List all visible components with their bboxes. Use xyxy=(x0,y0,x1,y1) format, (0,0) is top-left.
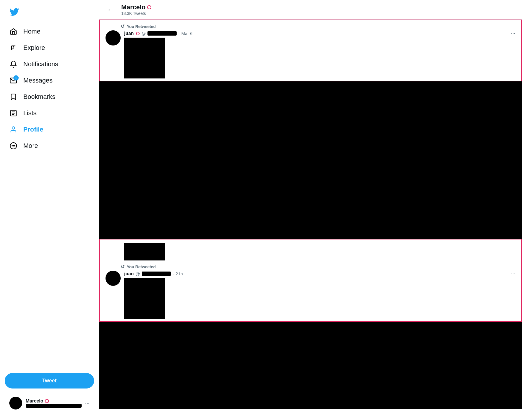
tweet-button[interactable]: Tweet xyxy=(5,373,94,388)
profile-icon xyxy=(9,125,17,134)
sidebar-profile-avatar xyxy=(9,397,22,410)
sidebar-item-more[interactable]: More xyxy=(5,138,94,153)
tweet-more-1[interactable]: ··· xyxy=(511,30,515,36)
sidebar-item-label-notifications: Notifications xyxy=(23,60,58,68)
retweet-icon-2: ↺ xyxy=(121,264,124,270)
more-icon xyxy=(9,142,17,150)
tweet-text-redacted-1 xyxy=(124,38,165,78)
tweet-more-2[interactable]: ··· xyxy=(511,271,515,277)
tweet-card-2: ↺ You Retweeted juan @ · 21h ··· xyxy=(99,239,522,322)
sidebar-item-lists[interactable]: Lists xyxy=(5,106,94,121)
sidebar-item-label-explore: Explore xyxy=(23,44,45,52)
tweet-card-2-top-redacted xyxy=(124,243,165,260)
tweet-at-2: @ xyxy=(136,271,140,276)
twitter-logo[interactable] xyxy=(7,5,22,19)
header-tweet-count: 18.3K Tweets xyxy=(121,11,151,16)
sidebar-item-messages[interactable]: 1 Messages xyxy=(5,73,94,88)
messages-icon: 1 xyxy=(9,76,17,85)
sidebar-item-explore[interactable]: # Explore xyxy=(5,40,94,55)
sidebar-profile-name: Marcelo xyxy=(26,398,82,404)
tweet-handle-1 xyxy=(147,31,177,36)
tweet-media-large-1 xyxy=(99,81,522,239)
sidebar-item-label-more: More xyxy=(23,142,38,150)
sidebar-profile-more-dots: ··· xyxy=(85,400,89,406)
sidebar-item-label-bookmarks: Bookmarks xyxy=(23,93,55,101)
tweet-time-1: Mar 6 xyxy=(181,31,192,36)
header-red-circle xyxy=(147,5,151,9)
header-username: Marcelo xyxy=(121,4,151,11)
sidebar-profile-red-circle xyxy=(45,399,49,403)
tweet-red-circle-1 xyxy=(136,32,140,35)
explore-icon: # xyxy=(9,44,17,52)
sidebar-item-bookmarks[interactable]: Bookmarks xyxy=(5,89,94,104)
header-info: Marcelo 18.3K Tweets xyxy=(121,4,151,16)
svg-point-11 xyxy=(14,146,15,146)
sidebar-item-home[interactable]: Home xyxy=(5,24,94,39)
tweet-username-1: juan xyxy=(124,31,134,36)
tweet-handle-2 xyxy=(142,272,171,276)
tweet-card-1: ↺ You Retweeted juan @ · Mar 6 ··· xyxy=(99,20,522,81)
home-icon xyxy=(9,27,17,36)
sidebar-profile-handle xyxy=(26,404,82,408)
profile-header: ← Marcelo 18.3K Tweets xyxy=(99,0,522,20)
sidebar: Home # Explore Notifications xyxy=(0,0,99,420)
bookmarks-icon xyxy=(9,93,17,101)
svg-point-9 xyxy=(12,146,13,146)
lists-icon xyxy=(9,109,17,117)
sidebar-item-notifications[interactable]: Notifications xyxy=(5,57,94,72)
svg-point-10 xyxy=(13,146,14,146)
tweet-username-2: juan xyxy=(124,271,134,276)
tweet-user-line-2: juan @ · 21h ··· xyxy=(124,271,515,277)
tweet-body-1: juan @ · Mar 6 ··· xyxy=(106,30,515,81)
tweet-avatar-1 xyxy=(106,30,121,46)
tweet-time-2: 21h xyxy=(175,271,183,276)
retweet-indicator-1: ↺ You Retweeted xyxy=(106,24,515,29)
sidebar-item-label-lists: Lists xyxy=(23,109,36,117)
sidebar-profile[interactable]: Marcelo ··· xyxy=(5,393,94,413)
tweet-at-1: @ xyxy=(141,31,146,36)
sidebar-nav: Home # Explore Notifications xyxy=(5,24,94,368)
svg-point-7 xyxy=(12,127,15,129)
sidebar-profile-info: Marcelo xyxy=(26,398,82,408)
back-button[interactable]: ← xyxy=(105,4,115,15)
tweet-text-redacted-2 xyxy=(124,278,165,319)
notifications-icon xyxy=(9,60,17,68)
messages-badge: 1 xyxy=(13,75,19,80)
retweet-indicator-2: ↺ You Retweeted xyxy=(106,264,515,270)
sidebar-item-profile[interactable]: Profile xyxy=(5,122,94,137)
sidebar-item-label-messages: Messages xyxy=(23,77,52,84)
main-content: ← Marcelo 18.3K Tweets ↺ You Retweeted j xyxy=(99,0,522,420)
tweet-user-line-1: juan @ · Mar 6 ··· xyxy=(124,30,515,36)
sidebar-item-label-home: Home xyxy=(23,28,41,35)
svg-text:#: # xyxy=(11,44,14,51)
tweet-feed: ↺ You Retweeted juan @ · Mar 6 ··· xyxy=(99,20,522,409)
sidebar-item-label-profile: Profile xyxy=(23,126,43,133)
tweet-body-2: juan @ · 21h ··· xyxy=(106,271,515,321)
tweet-content-2: juan @ · 21h ··· xyxy=(124,271,515,321)
tweet-avatar-2 xyxy=(106,271,121,286)
retweet-icon-1: ↺ xyxy=(121,24,124,29)
tweet-content-1: juan @ · Mar 6 ··· xyxy=(124,30,515,81)
tweet-media-large-2 xyxy=(99,322,522,409)
